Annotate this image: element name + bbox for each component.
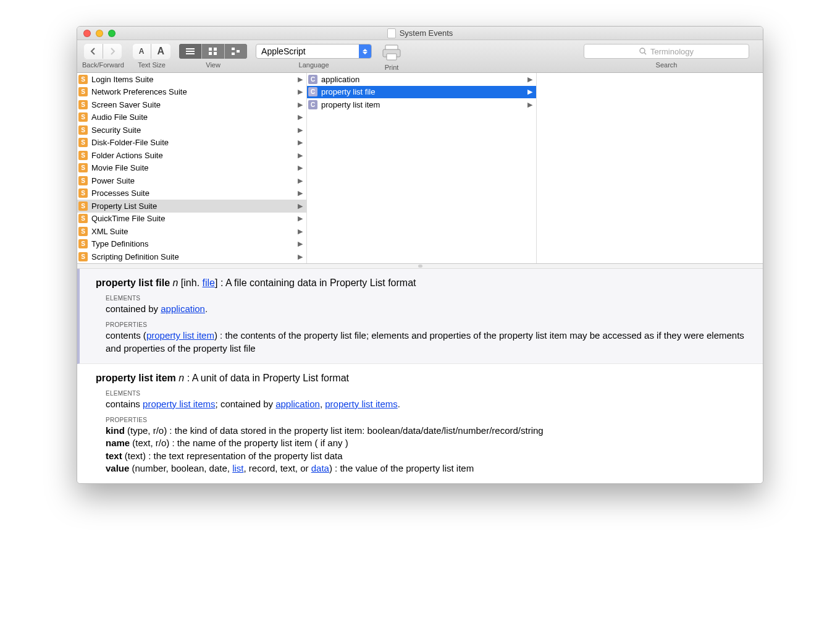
svg-rect-9 (232, 53, 235, 55)
col2-row[interactable]: Capplication▶ (307, 73, 536, 86)
col1-row[interactable]: SType Definitions▶ (77, 238, 306, 251)
view-grid-button[interactable] (201, 44, 224, 59)
class-column[interactable]: Capplication▶Cproperty list file▶Cproper… (307, 73, 537, 263)
back-button[interactable] (84, 44, 103, 59)
col1-row[interactable]: SXML Suite▶ (77, 225, 306, 238)
def2-title: property list item n : A unit of data in… (96, 373, 748, 384)
prop-name-rest: (text, r/o) : the name of the property l… (130, 438, 348, 448)
def1-elements-link[interactable]: application (161, 303, 205, 314)
back-forward-seg (84, 44, 122, 59)
def2-el-link-app[interactable]: application (275, 399, 320, 409)
print-button[interactable] (380, 44, 403, 61)
split-handle[interactable] (77, 264, 763, 269)
col1-row[interactable]: SPower Suite▶ (77, 174, 306, 187)
def1-desc: : A file containing data in Property Lis… (220, 277, 416, 288)
col1-row[interactable]: SSecurity Suite▶ (77, 124, 306, 137)
def2-el-mid: ; contained by (216, 399, 276, 409)
text-size-seg: A A (133, 44, 170, 59)
def2-el-link1[interactable]: property list items (143, 399, 216, 409)
prop-text: text (text) : the text representation of… (106, 450, 748, 462)
col1-row[interactable]: SAudio File Suite▶ (77, 111, 306, 124)
def2-elements-hdr: ELEMENTS (106, 390, 748, 397)
def1-inh-link[interactable]: file (203, 277, 215, 288)
prop-kind: kind (type, r/o) : the kind of data stor… (106, 425, 748, 437)
noun-glyph: n (178, 373, 184, 383)
language-value: AppleScript (256, 44, 359, 58)
text-larger-button[interactable]: A (151, 44, 171, 59)
col1-row[interactable]: SFolder Actions Suite▶ (77, 149, 306, 162)
chevron-right-icon: ▶ (298, 138, 303, 146)
print-group: Print (380, 44, 403, 71)
text-smaller-button[interactable]: A (133, 44, 151, 59)
def1-contents-link[interactable]: property list item (146, 330, 214, 341)
chevron-right-icon: ▶ (527, 88, 532, 96)
prop-value-link1[interactable]: list (232, 463, 243, 473)
language-stepper-icon (359, 44, 371, 58)
back-forward-label: Back/Forward (82, 61, 124, 69)
col1-row[interactable]: SScripting Definition Suite▶ (77, 250, 306, 263)
row-label: QuickTime File Suite (91, 214, 294, 223)
suite-tag-icon: S (78, 125, 88, 135)
def2-el-link-pli[interactable]: property list items (325, 399, 398, 409)
col1-row[interactable]: SProperty List Suite▶ (77, 200, 306, 213)
prop-kind-name: kind (106, 425, 125, 436)
toolbar: Back/Forward A A Text Size (77, 40, 763, 73)
chevron-right-icon: ▶ (298, 101, 303, 109)
suite-tag-icon: S (78, 239, 88, 248)
col1-row[interactable]: SMovie File Suite▶ (77, 162, 306, 175)
view-label: View (206, 61, 220, 69)
chevron-right-icon: ▶ (298, 151, 303, 159)
suite-tag-icon: S (78, 87, 88, 96)
def2-elements: contains property list items; contained … (106, 398, 748, 410)
print-label: Print (385, 64, 399, 71)
col1-row[interactable]: SScreen Saver Suite▶ (77, 98, 306, 111)
prop-name-name: name (106, 438, 130, 448)
chevron-right-icon: ▶ (298, 189, 303, 197)
search-label: Search (656, 61, 678, 69)
chevron-right-icon: ▶ (527, 75, 532, 83)
search-icon (639, 48, 647, 55)
suite-column[interactable]: SLogin Items Suite▶SNetwork Preferences … (77, 73, 307, 263)
prop-value-mid: , record, text, or (243, 463, 311, 473)
svg-line-14 (644, 53, 646, 54)
col1-row[interactable]: SLogin Items Suite▶ (77, 73, 306, 86)
forward-button[interactable] (103, 44, 122, 59)
col1-row[interactable]: SDisk-Folder-File Suite▶ (77, 137, 306, 150)
col1-row[interactable]: SProcesses Suite▶ (77, 187, 306, 200)
row-label: Security Suite (91, 125, 294, 135)
col2-row[interactable]: Cproperty list file▶ (307, 86, 536, 99)
chevron-right-icon: ▶ (527, 101, 532, 109)
col2-row[interactable]: Cproperty list item▶ (307, 98, 536, 111)
browser-columns: SLogin Items Suite▶SNetwork Preferences … (77, 73, 763, 264)
suite-tag-icon: S (78, 112, 88, 122)
col1-row[interactable]: SQuickTime File Suite▶ (77, 213, 306, 226)
language-select[interactable]: AppleScript (256, 44, 372, 59)
def1-inh-prefix: [inh. (181, 277, 203, 288)
row-label: property list item (321, 100, 524, 109)
suite-tag-icon: S (78, 188, 88, 198)
def1-elements-hdr: ELEMENTS (106, 295, 748, 302)
window-title: System Events (77, 28, 763, 38)
chevron-right-icon: ▶ (298, 88, 303, 96)
prop-value-pre: (number, boolean, date, (129, 463, 232, 473)
empty-column (537, 73, 763, 263)
suite-tag-icon: S (78, 176, 88, 185)
svg-rect-8 (237, 50, 240, 53)
row-label: Movie File Suite (91, 163, 294, 172)
suite-tag-icon: S (78, 75, 88, 84)
titlebar: System Events (77, 27, 763, 40)
suite-tag-icon: S (78, 201, 88, 211)
def2-el-pre: contains (106, 399, 143, 409)
row-label: application (321, 75, 524, 84)
view-list-button[interactable] (179, 44, 201, 59)
window-title-text: System Events (400, 28, 453, 38)
prop-text-rest: (text) : the text representation of the … (122, 451, 343, 461)
def1-elements-post: . (205, 303, 208, 314)
suite-tag-icon: S (78, 163, 88, 172)
view-hierarchy-button[interactable] (224, 44, 247, 59)
prop-value-link2[interactable]: data (311, 463, 329, 473)
col1-row[interactable]: SNetwork Preferences Suite▶ (77, 86, 306, 99)
search-input[interactable]: Terminology (584, 44, 749, 59)
svg-point-13 (640, 48, 645, 53)
def1-elements-pre: contained by (106, 303, 161, 314)
